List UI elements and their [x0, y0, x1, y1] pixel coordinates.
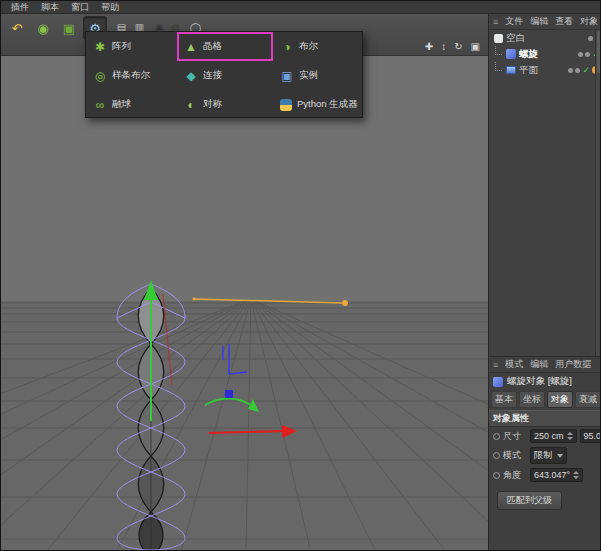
attribute-tabs: 基本 坐标 对象 衰减	[489, 390, 601, 410]
attribute-title-row: 螺旋对象 [螺旋]	[489, 373, 601, 390]
om-menu-edit[interactable]: 编辑	[530, 15, 548, 28]
metaball-icon: ∞	[93, 98, 107, 112]
object-row-null[interactable]: 空白	[489, 30, 601, 46]
subdivision-surface-icon[interactable]: ▣	[57, 16, 81, 40]
viewport-scene	[1, 56, 488, 551]
menu-item-python-generator[interactable]: Python 生成器	[273, 90, 364, 119]
viewport-pan-icon[interactable]: ✚	[425, 41, 433, 52]
viewport-rotate-icon[interactable]: ↻	[454, 41, 462, 52]
menu-item-lattice[interactable]: ▲ 晶格	[177, 32, 273, 61]
boole-icon: ◑	[280, 40, 294, 54]
om-menu-view[interactable]: 查看	[555, 15, 573, 28]
menu-item-spline-boole[interactable]: ◎ 样条布尔	[86, 61, 177, 90]
visibility-dot[interactable]	[585, 52, 590, 57]
field-value: 643.047°	[534, 470, 570, 480]
property-row-angle: 角度 643.047°	[489, 466, 601, 484]
object-manager-menu: ≡ 文件 编辑 查看 对象	[489, 14, 601, 30]
attribute-manager-menu: ≡ 模式 编辑 用户数据	[489, 357, 601, 373]
spinner-icon[interactable]	[573, 471, 579, 479]
size-field-1[interactable]: 250 cm	[530, 429, 577, 443]
spinner-icon[interactable]	[567, 432, 573, 440]
keyframe-circle-icon[interactable]	[493, 472, 500, 479]
python-icon	[280, 99, 292, 111]
field-value: 95.0 cm	[584, 431, 601, 441]
property-label: 模式	[503, 449, 527, 462]
keyframe-circle-icon[interactable]	[493, 452, 500, 459]
object-row-plane[interactable]: 平面 ✓	[489, 62, 601, 78]
menu-item-symmetry[interactable]: ◐ 对称	[177, 90, 273, 119]
panel-menu-icon[interactable]: ≡	[493, 360, 498, 370]
menu-item-instance[interactable]: ▣ 实例	[273, 61, 364, 90]
menu-item-help[interactable]: 帮助	[101, 1, 119, 14]
instance-icon: ▣	[280, 69, 294, 83]
om-menu-object[interactable]: 对象	[580, 15, 598, 28]
am-menu-edit[interactable]: 编辑	[530, 358, 548, 371]
enable-check-icon[interactable]: ✓	[582, 66, 590, 75]
tree-branch-line	[495, 62, 502, 71]
tree-branch-line	[495, 46, 502, 55]
panel-menu-icon[interactable]: ≡	[493, 17, 498, 27]
viewport-floor	[1, 301, 488, 551]
connect-icon: ◆	[184, 69, 198, 83]
size-field-2[interactable]: 95.0 cm	[580, 429, 601, 443]
viewport-nav: ✚ ↕ ↻ ▣	[425, 41, 480, 52]
menu-bar: 插件 脚本 窗口 帮助	[1, 1, 601, 14]
visibility-dot[interactable]	[578, 52, 583, 57]
plane-object-icon	[506, 66, 516, 74]
menu-item-label: 布尔	[299, 40, 318, 53]
menu-item-script[interactable]: 脚本	[41, 1, 59, 14]
chevron-down-icon	[557, 454, 563, 458]
angle-field[interactable]: 643.047°	[530, 468, 583, 482]
tab-basic[interactable]: 基本	[491, 391, 517, 408]
mode-dropdown[interactable]: 限制	[530, 447, 567, 464]
right-panel: ≡ 文件 编辑 查看 对象 空白 螺旋 ✓	[488, 14, 601, 551]
viewport-zoom-icon[interactable]: ↕	[441, 41, 446, 52]
am-menu-mode[interactable]: 模式	[505, 358, 523, 371]
menu-item-label: 对称	[203, 98, 222, 111]
field-value: 250 cm	[534, 431, 564, 441]
null-object-icon	[494, 34, 503, 43]
visibility-dot[interactable]	[568, 68, 573, 73]
menu-item-array[interactable]: ✱ 阵列	[86, 32, 177, 61]
object-name: 螺旋	[519, 48, 538, 61]
property-row-size: 尺寸 250 cm 95.0 cm	[489, 427, 601, 445]
tab-falloff[interactable]: 衰减	[575, 391, 601, 408]
menu-item-label: 连接	[203, 69, 222, 82]
render-view-icon[interactable]: ◉	[31, 16, 55, 40]
viewport-3d[interactable]	[1, 56, 488, 551]
menu-item-label: 样条布尔	[112, 69, 150, 82]
menu-item-metaball[interactable]: ∞ 融球	[86, 90, 177, 119]
object-name: 平面	[519, 64, 538, 77]
app-window: 插件 脚本 窗口 帮助 ↶ ◉ ▣ ⚙ ▤ ▥ ◉ ◎ ◯ ✚ ↕ ↻ ▣	[0, 0, 601, 551]
object-name: 空白	[506, 32, 525, 45]
om-scrollbar-thumb[interactable]	[597, 31, 601, 73]
spline-boole-icon: ◎	[93, 69, 107, 83]
om-menu-file[interactable]: 文件	[505, 15, 523, 28]
fit-to-parent-button[interactable]: 匹配到父级	[497, 491, 562, 510]
menu-item-label: 晶格	[203, 40, 222, 53]
menu-item-boole[interactable]: ◑ 布尔	[273, 32, 364, 61]
property-label: 尺寸	[503, 430, 527, 443]
visibility-dot[interactable]	[588, 36, 593, 41]
tab-object[interactable]: 对象	[547, 391, 573, 408]
menu-item-window[interactable]: 窗口	[71, 1, 89, 14]
am-menu-userdata[interactable]: 用户数据	[555, 358, 591, 371]
section-object-properties[interactable]: 对象属性	[489, 410, 601, 427]
attribute-title: 螺旋对象 [螺旋]	[507, 375, 572, 388]
lattice-icon: ▲	[184, 40, 198, 54]
keyframe-circle-icon[interactable]	[493, 433, 500, 440]
twist-deformer-icon	[506, 49, 516, 59]
attribute-manager: ≡ 模式 编辑 用户数据 螺旋对象 [螺旋] 基本 坐标 对象 衰减 对象属性 …	[489, 356, 601, 551]
object-row-twist[interactable]: 螺旋 ✓	[489, 46, 601, 62]
array-icon: ✱	[93, 40, 107, 54]
om-scrollbar[interactable]	[595, 30, 601, 356]
menu-item-plugins[interactable]: 插件	[11, 1, 29, 14]
symmetry-icon: ◐	[184, 98, 198, 112]
undo-icon[interactable]: ↶	[5, 16, 29, 40]
visibility-dot[interactable]	[575, 68, 580, 73]
menu-item-connect[interactable]: ◆ 连接	[177, 61, 273, 90]
tab-coord[interactable]: 坐标	[519, 391, 545, 408]
property-label: 角度	[503, 469, 527, 482]
viewport-maximize-icon[interactable]: ▣	[471, 41, 480, 52]
menu-item-label: 阵列	[112, 40, 131, 53]
